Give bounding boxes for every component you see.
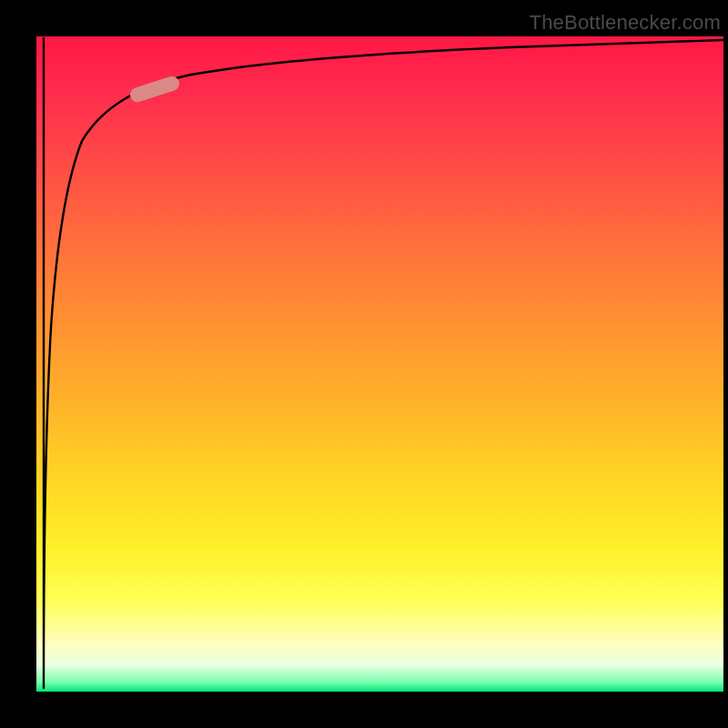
svg-rect-0 [128, 75, 181, 105]
bottleneck-curve-main [44, 38, 723, 688]
chart-stage: TheBottlenecker.com [0, 0, 728, 728]
bottleneck-curve [45, 39, 723, 690]
plot-area [36, 36, 723, 692]
curve-marker [128, 75, 181, 105]
attribution-text: TheBottlenecker.com [530, 11, 721, 35]
curve-layer [36, 36, 723, 692]
